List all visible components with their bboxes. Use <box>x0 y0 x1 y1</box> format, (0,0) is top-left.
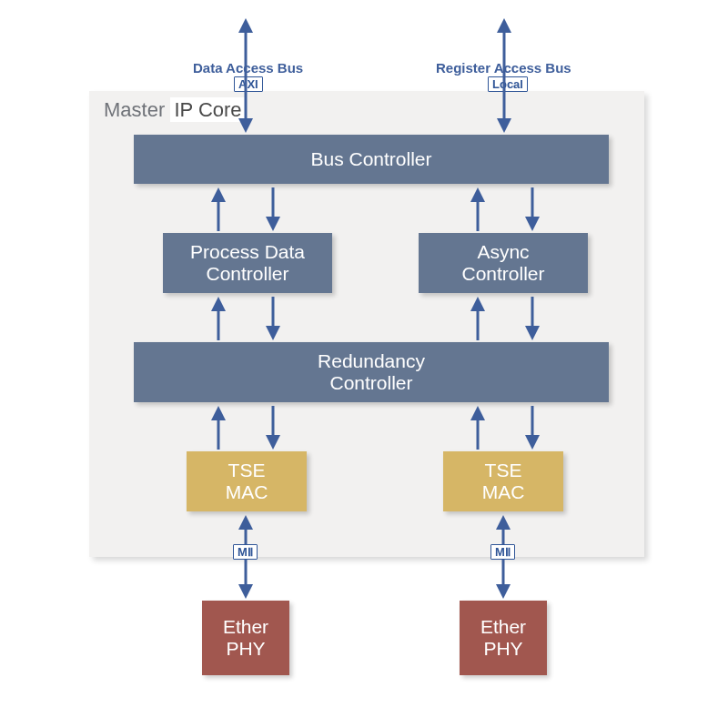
svg-marker-17 <box>266 326 280 340</box>
svg-marker-9 <box>266 217 280 231</box>
svg-marker-1 <box>238 18 253 33</box>
svg-marker-31 <box>238 515 253 530</box>
arrow-bus-pdc-up <box>207 186 229 233</box>
bus-controller-block: Bus Controller <box>134 135 609 184</box>
arrow-async-red-up <box>467 295 489 342</box>
async-controller-block: AsyncController <box>419 233 588 293</box>
tse-mac-a-block: TSEMAC <box>187 451 307 511</box>
arrow-bus-pdc-dn <box>262 186 284 233</box>
ether-phy-b-block: EtherPHY <box>460 601 547 675</box>
svg-marker-27 <box>470 406 485 420</box>
svg-marker-15 <box>211 297 226 311</box>
bus-controller-text: Bus Controller <box>310 148 431 170</box>
svg-marker-34 <box>496 515 511 530</box>
arrow-red-tse-a-dn <box>262 404 284 451</box>
arrow-pdc-red-dn <box>262 295 284 342</box>
svg-marker-4 <box>497 18 511 33</box>
svg-marker-11 <box>470 187 485 202</box>
svg-marker-5 <box>497 118 511 133</box>
mii-a-chip: MⅡ <box>233 544 258 560</box>
arrow-pdc-red-up <box>207 295 229 342</box>
tse-mac-b-block: TSEMAC <box>443 451 563 511</box>
svg-marker-35 <box>496 584 511 599</box>
svg-marker-29 <box>525 435 540 450</box>
arrow-data-bus <box>235 16 257 135</box>
svg-marker-25 <box>266 435 280 450</box>
core-title-a: Master <box>104 98 165 121</box>
ether-phy-a-block: EtherPHY <box>202 601 289 675</box>
arrow-async-red-dn <box>521 295 543 342</box>
svg-marker-32 <box>238 584 253 599</box>
svg-marker-2 <box>238 118 253 133</box>
svg-marker-23 <box>211 406 226 420</box>
arrow-red-tse-b-dn <box>521 404 543 451</box>
core-title: Master IP Core <box>104 98 246 122</box>
svg-marker-19 <box>470 297 485 311</box>
svg-marker-21 <box>525 326 540 340</box>
svg-marker-7 <box>211 187 226 202</box>
svg-marker-13 <box>525 217 540 231</box>
arrow-red-tse-a-up <box>207 404 229 451</box>
redundancy-controller-block: RedundancyController <box>134 342 609 402</box>
arrow-bus-async-up <box>467 186 489 233</box>
arrow-reg-bus <box>493 16 515 135</box>
arrow-bus-async-dn <box>521 186 543 233</box>
arrow-red-tse-b-up <box>467 404 489 451</box>
mii-b-chip: MⅡ <box>490 544 515 560</box>
process-data-controller-block: Process DataController <box>163 233 332 293</box>
